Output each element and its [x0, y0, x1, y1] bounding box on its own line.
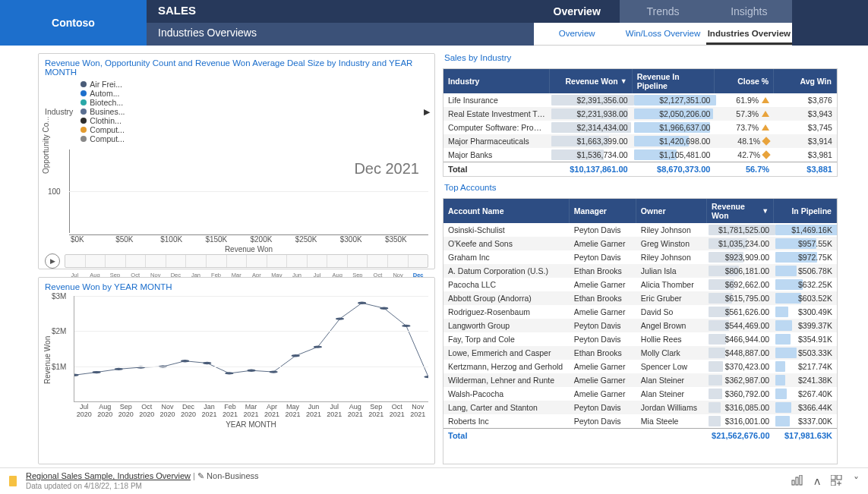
- sort-down-icon: ▼: [620, 77, 627, 85]
- top-accounts-scroll[interactable]: Osinski-SchulistPeyton DavisRiley Johnso…: [443, 223, 837, 428]
- table-row[interactable]: Major Banks$1,536,734.00$1,105,481.0042.…: [443, 148, 837, 162]
- table-row[interactable]: Lowe, Emmerich and CasperEthan BrooksMol…: [443, 346, 837, 360]
- app-title: SALES: [147, 0, 534, 23]
- sub-tab-win-loss-overview[interactable]: Win/Loss Overview: [620, 23, 705, 45]
- main-nav-tabs: OverviewTrendsInsights: [534, 0, 792, 23]
- sales-by-industry-table: IndustryRevenue Won▼Revenue In PipelineC…: [443, 68, 838, 177]
- svg-point-10: [292, 354, 300, 357]
- main-tab-overview[interactable]: Overview: [534, 0, 620, 23]
- table-row[interactable]: Osinski-SchulistPeyton DavisRiley Johnso…: [443, 223, 837, 237]
- trend-up-icon: [762, 97, 769, 103]
- legend-field-label: Industry: [45, 107, 73, 116]
- legend-item[interactable]: Air Frei...: [80, 80, 125, 89]
- line-x-ticks: Jul2020Aug2020Sep2020Oct2020Nov2020Dec20…: [74, 404, 428, 419]
- table-row[interactable]: Real Estate Investment Trusts$2,231,938.…: [443, 107, 837, 121]
- table-row[interactable]: Lang, Carter and StantonPeyton DavisJord…: [443, 401, 837, 414]
- table-row[interactable]: Wilderman, Lehner and RunteAmelie Garner…: [443, 373, 837, 387]
- trend-up-icon: [762, 111, 769, 117]
- line-plot-area[interactable]: $1M$2M$3M: [74, 296, 428, 402]
- table-header[interactable]: Account Name: [443, 199, 570, 223]
- table-row[interactable]: Fay, Torp and ColePeyton DavisHollie Ree…: [443, 332, 837, 346]
- table-header[interactable]: Revenue Won▼: [550, 69, 633, 93]
- table-header[interactable]: Industry: [443, 69, 550, 93]
- line-chart-title: Revenue Won by YEAR MONTH: [39, 278, 434, 293]
- top-accounts-table: Account NameManagerOwnerRevenue Won▼In P…: [443, 198, 838, 464]
- svg-point-12: [336, 317, 344, 319]
- legend-item[interactable]: Clothin...: [80, 116, 125, 125]
- table-row[interactable]: Pacocha LLCAmelie GarnerAlicia Thomber$6…: [443, 278, 837, 291]
- table-row[interactable]: Major Pharmaceuticals$1,663,399.00$1,420…: [443, 134, 837, 148]
- scatter-card: Revenue Won, Opportunity Count and Reven…: [38, 53, 435, 269]
- table-header[interactable]: In Pipeline: [774, 199, 837, 223]
- scatter-plot-area[interactable]: 100: [69, 149, 428, 233]
- svg-point-7: [225, 372, 233, 374]
- sensitivity-label: Non-Business: [207, 471, 258, 480]
- trend-neutral-icon: [762, 137, 770, 145]
- grid-add-icon[interactable]: [831, 475, 843, 488]
- sensitivity-icon: ✎: [197, 471, 204, 480]
- svg-rect-17: [792, 480, 794, 485]
- table-row[interactable]: Walsh-PacochaAmelie GarnerAlan Steiner$3…: [443, 387, 837, 401]
- svg-point-0: [74, 374, 79, 376]
- svg-point-14: [380, 307, 388, 310]
- svg-point-11: [314, 346, 322, 348]
- legend-item[interactable]: Biotech...: [80, 98, 125, 107]
- sub-tab-industries-overview[interactable]: Industries Overview: [706, 23, 792, 45]
- legend-item[interactable]: Autom...: [80, 89, 125, 98]
- sort-down-icon: ▼: [762, 207, 769, 215]
- svg-point-15: [402, 325, 410, 327]
- table-row[interactable]: Rodriguez-RosenbaumAmelie GarnerDavid So…: [443, 305, 837, 319]
- legend-next-icon[interactable]: ▶: [424, 107, 430, 117]
- play-button[interactable]: ▶: [45, 253, 60, 269]
- logo-tile: Contoso: [0, 0, 147, 46]
- svg-rect-18: [796, 477, 798, 485]
- svg-point-6: [203, 362, 211, 364]
- table-row[interactable]: O'Keefe and SonsAmelie GarnerGreg Winsto…: [443, 237, 837, 250]
- table-row[interactable]: Langworth GroupPeyton DavisAngel Brown$5…: [443, 319, 837, 332]
- top-accounts-label: Top Accounts: [443, 183, 838, 192]
- legend-item[interactable]: Comput...: [80, 134, 125, 143]
- main-tab-trends[interactable]: Trends: [620, 0, 705, 23]
- chart-view-icon[interactable]: [791, 475, 803, 488]
- table-row[interactable]: Roberts IncPeyton DavisMia Steele$316,00…: [443, 414, 837, 428]
- table-row[interactable]: A. Datum Corporation (U.S.)Ethan BrooksJ…: [443, 264, 837, 278]
- svg-point-9: [270, 370, 278, 373]
- table-header[interactable]: Revenue In Pipeline: [633, 69, 715, 93]
- sub-tab-overview[interactable]: Overview: [534, 23, 620, 45]
- table-header[interactable]: Revenue Won▼: [707, 199, 774, 223]
- table-row[interactable]: Graham IncPeyton DavisRiley Johnson$923,…: [443, 250, 837, 264]
- trend-up-icon: [762, 124, 769, 131]
- svg-rect-22: [831, 481, 835, 486]
- table-row[interactable]: Computer Software: Progra...$2,314,434.0…: [443, 121, 837, 134]
- table-header[interactable]: Manager: [570, 199, 636, 223]
- svg-point-2: [115, 368, 123, 370]
- breadcrumb[interactable]: Regional Sales Sample, Industries Overvi…: [26, 471, 191, 480]
- scatter-y-tick: 100: [48, 187, 61, 196]
- table-header[interactable]: Close %: [715, 69, 774, 93]
- legend-item[interactable]: Comput...: [80, 125, 125, 134]
- data-updated-label: Data updated on 4/18/22, 1:18 PM: [26, 482, 259, 491]
- svg-rect-20: [831, 475, 835, 480]
- line-y-label: Revenue Won: [43, 336, 52, 384]
- line-x-label: YEAR MONTH: [74, 420, 428, 429]
- powerbi-logo-icon: [9, 476, 17, 486]
- table-row[interactable]: Life Insurance$2,391,356.00$2,127,351.00…: [443, 93, 837, 107]
- page-subtitle: Industries Overviews: [147, 23, 534, 46]
- sub-nav-tabs: OverviewWin/Loss OverviewIndustries Over…: [534, 23, 792, 46]
- chevron-down-icon[interactable]: ˅: [854, 475, 859, 488]
- scatter-x-label: Revenue Won: [69, 245, 428, 253]
- table-row[interactable]: Kertzmann, Herzog and GerholdAmelie Garn…: [443, 360, 837, 373]
- svg-point-1: [93, 371, 101, 373]
- time-slider[interactable]: [65, 254, 428, 268]
- table-header[interactable]: Owner: [636, 199, 707, 223]
- svg-point-13: [358, 302, 366, 304]
- status-bar: Regional Sales Sample, Industries Overvi…: [0, 467, 868, 494]
- svg-rect-19: [800, 475, 802, 485]
- trend-neutral-icon: [762, 150, 770, 159]
- collapse-up-icon[interactable]: ʌ: [814, 475, 820, 488]
- scatter-legend: Industry Air Frei...Autom...Biotech...Bu…: [39, 78, 434, 145]
- table-header[interactable]: Avg Win: [774, 69, 837, 93]
- main-tab-insights[interactable]: Insights: [706, 0, 792, 23]
- table-row[interactable]: Abbott Group (Andorra)Ethan BrooksEric G…: [443, 291, 837, 305]
- legend-item[interactable]: Busines...: [80, 107, 125, 116]
